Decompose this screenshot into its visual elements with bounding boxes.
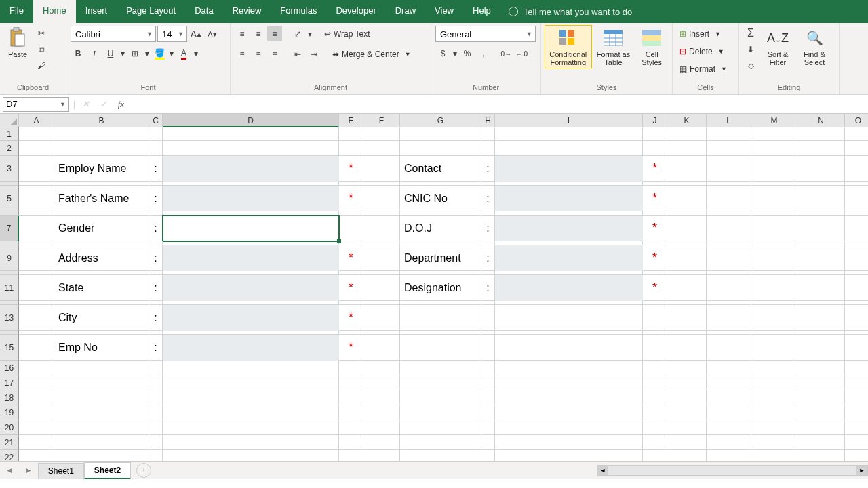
row-header-15[interactable]: 15 [0, 335, 19, 361]
cell-H3[interactable]: : [481, 156, 495, 182]
cell-K18[interactable] [667, 390, 707, 405]
cell-C22[interactable] [149, 450, 163, 461]
font-name-combo[interactable]: Calibri▼ [71, 26, 156, 42]
column-header-M[interactable]: M [751, 114, 797, 127]
cell-A1[interactable] [19, 127, 54, 141]
sheet-nav-next[interactable]: ► [19, 466, 38, 475]
cell-N2[interactable] [797, 141, 845, 156]
cell-F5[interactable] [363, 186, 400, 211]
cell-B7[interactable]: Gender [54, 216, 149, 241]
cell-F21[interactable] [363, 435, 400, 450]
cell-N19[interactable] [797, 405, 845, 420]
cell-G17[interactable] [400, 375, 481, 390]
cell-F15[interactable] [363, 335, 400, 361]
cell-M11[interactable] [751, 275, 797, 301]
cell-D19[interactable] [163, 405, 339, 420]
cell-C2[interactable] [149, 141, 163, 156]
cell-M20[interactable] [751, 420, 797, 435]
accounting-dropdown[interactable]: ▾ [452, 46, 458, 61]
cell-H18[interactable] [481, 390, 495, 405]
cell-D15[interactable] [163, 335, 339, 361]
cell-L5[interactable] [707, 186, 751, 211]
align-middle-button[interactable]: ≡ [251, 26, 266, 41]
cell-J16[interactable] [643, 361, 667, 375]
tab-file[interactable]: File [0, 0, 33, 23]
cell-N11[interactable] [797, 275, 845, 301]
clear-button[interactable]: ◇ [743, 58, 758, 73]
cell-C18[interactable] [149, 390, 163, 405]
cell-O18[interactable] [845, 390, 868, 405]
cell-E18[interactable] [339, 390, 363, 405]
insert-cells-button[interactable]: ⊞Insert▼ [677, 26, 734, 42]
fill-handle[interactable] [337, 239, 341, 243]
name-box[interactable]: D7▼ [3, 97, 69, 112]
cell-A15[interactable] [19, 335, 54, 361]
cell-I1[interactable] [495, 127, 643, 141]
cell-A16[interactable] [19, 361, 54, 375]
find-select-button[interactable]: 🔍 Find & Select [797, 26, 831, 68]
cell-I7[interactable] [495, 216, 643, 241]
cell-K22[interactable] [667, 450, 707, 461]
cell-A5[interactable] [19, 186, 54, 211]
cell-F3[interactable] [363, 156, 400, 182]
comma-button[interactable]: , [476, 46, 491, 61]
confirm-formula-button[interactable]: ✓ [94, 99, 112, 110]
cell-F2[interactable] [363, 141, 400, 156]
increase-decimal-button[interactable]: .0→ [498, 46, 513, 61]
increase-font-button[interactable]: A▴ [189, 26, 203, 41]
cell-J20[interactable] [643, 420, 667, 435]
cell-O11[interactable] [845, 275, 868, 301]
cell-A20[interactable] [19, 420, 54, 435]
wrap-text-button[interactable]: ↩Wrap Text [321, 26, 373, 42]
cell-D20[interactable] [163, 420, 339, 435]
row-header-21[interactable]: 21 [0, 435, 19, 450]
cell-O19[interactable] [845, 405, 868, 420]
cell-N3[interactable] [797, 156, 845, 182]
cell-K3[interactable] [667, 156, 707, 182]
cell-G1[interactable] [400, 127, 481, 141]
cell-J19[interactable] [643, 405, 667, 420]
cell-B15[interactable]: Emp No [54, 335, 149, 361]
sheet-tab-sheet2[interactable]: Sheet2 [84, 462, 131, 479]
cell-H9[interactable]: : [481, 245, 495, 271]
cell-I22[interactable] [495, 450, 643, 461]
cell-M18[interactable] [751, 390, 797, 405]
cell-H13[interactable] [481, 305, 495, 331]
cell-D22[interactable] [163, 450, 339, 461]
cell-E20[interactable] [339, 420, 363, 435]
cell-L15[interactable] [707, 335, 751, 361]
cell-H17[interactable] [481, 375, 495, 390]
cell-A18[interactable] [19, 390, 54, 405]
cell-M7[interactable] [751, 216, 797, 241]
cell-I15[interactable] [495, 335, 643, 361]
cell-B19[interactable] [54, 405, 149, 420]
cell-N17[interactable] [797, 375, 845, 390]
cell-L21[interactable] [707, 435, 751, 450]
cell-B17[interactable] [54, 375, 149, 390]
sheet-tab-sheet1[interactable]: Sheet1 [38, 463, 84, 479]
cell-D3[interactable] [163, 156, 339, 182]
percent-button[interactable]: % [460, 46, 475, 61]
cell-E13[interactable]: * [339, 305, 363, 331]
cell-C16[interactable] [149, 361, 163, 375]
align-left-button[interactable]: ≡ [235, 47, 250, 62]
cell-C15[interactable]: : [149, 335, 163, 361]
cell-M21[interactable] [751, 435, 797, 450]
sheet-nav-prev[interactable]: ◄ [0, 466, 19, 475]
cell-N5[interactable] [797, 186, 845, 211]
format-painter-button[interactable]: 🖌 [34, 58, 49, 73]
cell-H22[interactable] [481, 450, 495, 461]
accounting-format-button[interactable]: $ [435, 46, 450, 61]
align-center-button[interactable]: ≡ [251, 47, 266, 62]
cell-N15[interactable] [797, 335, 845, 361]
tell-me-search[interactable]: Tell me what you want to do [500, 0, 640, 23]
font-size-combo[interactable]: 14▼ [157, 26, 187, 42]
cell-J5[interactable]: * [643, 186, 667, 211]
cell-I20[interactable] [495, 420, 643, 435]
row-header-9[interactable]: 9 [0, 245, 19, 271]
cell-D2[interactable] [163, 141, 339, 156]
cell-E15[interactable]: * [339, 335, 363, 361]
cell-K17[interactable] [667, 375, 707, 390]
cell-K2[interactable] [667, 141, 707, 156]
fx-button[interactable]: fx [112, 99, 130, 110]
